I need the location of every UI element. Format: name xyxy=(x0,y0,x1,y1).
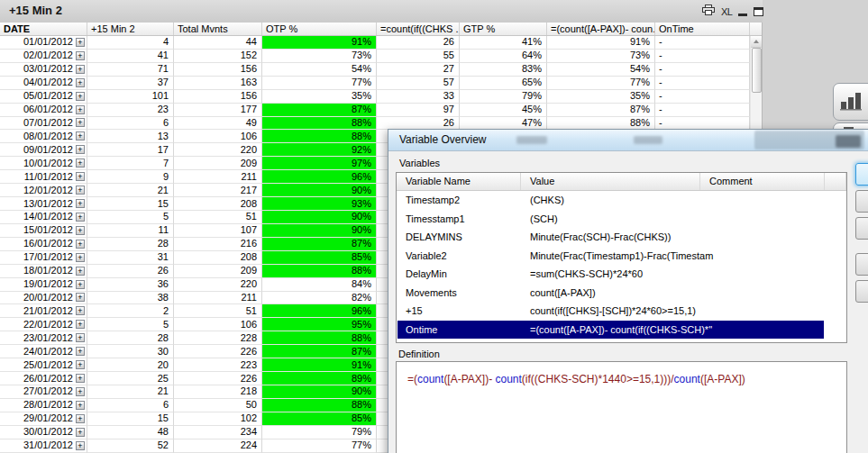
plus15-cell[interactable]: 4 xyxy=(87,36,174,50)
variable-row[interactable]: Timestamp2(CHKS) xyxy=(397,191,846,210)
expand-icon[interactable]: + xyxy=(76,320,85,329)
expand-icon[interactable]: + xyxy=(76,401,85,410)
otp-cell[interactable]: 79% xyxy=(262,426,377,439)
date-cell[interactable]: 21/01/2012+ xyxy=(0,304,87,318)
otp-cell[interactable]: 77% xyxy=(262,77,377,90)
expand-icon[interactable]: + xyxy=(76,38,85,47)
date-cell[interactable]: 24/01/2012+ xyxy=(0,345,87,358)
total-mvnts-cell[interactable]: 208 xyxy=(174,197,262,211)
total-mvnts-cell[interactable]: 209 xyxy=(174,265,262,278)
otp-cell[interactable]: 90% xyxy=(262,184,377,197)
expand-icon[interactable]: + xyxy=(76,105,85,114)
plus15-cell[interactable]: 26 xyxy=(87,265,174,278)
expand-icon[interactable]: + xyxy=(76,347,85,356)
excel-export-icon[interactable]: XL xyxy=(721,6,732,17)
apax-count-cell[interactable]: 73% xyxy=(547,50,655,63)
expand-icon[interactable]: + xyxy=(76,333,85,342)
total-mvnts-cell[interactable]: 49 xyxy=(174,117,262,131)
dialog-title-bar[interactable]: Variable Overview xyxy=(388,130,868,151)
otp-cell[interactable]: 54% xyxy=(262,63,377,77)
date-cell[interactable]: 18/01/2012+ xyxy=(0,265,87,278)
variable-row[interactable]: +15count(if([CHKS]-[SCH])*24*60>=15,1) xyxy=(397,302,846,321)
otp-cell[interactable]: 95% xyxy=(262,318,377,331)
date-cell[interactable]: 19/01/2012+ xyxy=(0,278,87,292)
plus15-cell[interactable]: 52 xyxy=(87,439,174,453)
expand-icon[interactable]: + xyxy=(76,360,85,369)
expand-icon[interactable]: + xyxy=(76,280,85,289)
plus15-cell[interactable]: 6 xyxy=(87,117,174,131)
otp-cell[interactable]: 90% xyxy=(262,385,377,399)
total-mvnts-cell[interactable]: 208 xyxy=(174,251,262,265)
plus15-cell[interactable]: 2 xyxy=(87,304,174,318)
column-header-apax-expr[interactable]: =(count([A-PAX])- coun... xyxy=(547,23,655,35)
otp-cell[interactable]: 91% xyxy=(262,36,377,50)
apax-count-cell[interactable]: 91% xyxy=(547,36,655,50)
plus15-cell[interactable]: 41 xyxy=(87,50,174,63)
date-cell[interactable]: 12/01/2012+ xyxy=(0,184,87,197)
plus15-cell[interactable]: 9 xyxy=(87,170,174,184)
otp-cell[interactable]: 91% xyxy=(262,358,377,372)
total-mvnts-cell[interactable]: 216 xyxy=(174,238,262,251)
column-header-ontime[interactable]: OnTime xyxy=(655,23,750,35)
plus15-cell[interactable]: 7 xyxy=(87,157,174,170)
expand-icon[interactable]: + xyxy=(76,414,85,423)
plus15-cell[interactable]: 15 xyxy=(87,197,174,211)
otp-cell[interactable]: 85% xyxy=(262,412,377,426)
otp-cell[interactable]: 90% xyxy=(262,224,377,238)
total-mvnts-cell[interactable]: 106 xyxy=(174,318,262,331)
total-mvnts-cell[interactable]: 51 xyxy=(174,211,262,224)
otp-cell[interactable]: 88% xyxy=(262,117,377,131)
otp-cell[interactable]: 82% xyxy=(262,292,377,305)
plus15-cell[interactable]: 11 xyxy=(87,224,174,238)
date-cell[interactable]: 09/01/2012+ xyxy=(0,143,87,157)
total-mvnts-cell[interactable]: 220 xyxy=(174,278,262,292)
gtp-cell[interactable]: 83% xyxy=(460,63,547,77)
date-cell[interactable]: 30/01/2012+ xyxy=(0,426,87,439)
column-header-total-mvnts[interactable]: Total Mvnts xyxy=(174,23,262,35)
expand-icon[interactable]: + xyxy=(76,374,85,383)
variables-header-name[interactable]: Variable Name xyxy=(397,173,521,190)
otp-cell[interactable]: 87% xyxy=(262,345,377,358)
print-icon[interactable] xyxy=(702,4,715,20)
total-mvnts-cell[interactable]: 220 xyxy=(174,143,262,157)
chks-count-cell[interactable]: 33 xyxy=(377,90,460,104)
date-cell[interactable]: 22/01/2012+ xyxy=(0,318,87,331)
variables-list[interactable]: Variable Name Value Comment Timestamp2(C… xyxy=(396,172,847,343)
otp-cell[interactable]: 87% xyxy=(262,238,377,251)
plus15-cell[interactable]: 6 xyxy=(87,399,174,412)
total-mvnts-cell[interactable]: 50 xyxy=(174,399,262,412)
expand-icon[interactable]: + xyxy=(76,118,85,127)
variable-row[interactable]: Timesstamp1(SCH) xyxy=(397,210,846,229)
definition-editor[interactable]: =(count([A-PAX])- count(if((CHKS-SCH)*14… xyxy=(396,361,847,453)
otp-cell[interactable]: 85% xyxy=(262,251,377,265)
date-cell[interactable]: 26/01/2012+ xyxy=(0,372,87,385)
plus15-cell[interactable]: 31 xyxy=(87,251,174,265)
plus15-cell[interactable]: 15 xyxy=(87,412,174,426)
plus15-cell[interactable]: 30 xyxy=(87,345,174,358)
date-cell[interactable]: 05/01/2012+ xyxy=(0,90,87,104)
otp-cell[interactable]: 93% xyxy=(262,197,377,211)
gtp-cell[interactable]: 41% xyxy=(460,36,547,50)
chks-count-cell[interactable]: 97 xyxy=(377,104,460,117)
column-header-gtp[interactable]: GTP % xyxy=(460,23,547,35)
total-mvnts-cell[interactable]: 226 xyxy=(174,345,262,358)
otp-cell[interactable]: 88% xyxy=(262,399,377,412)
plus15-cell[interactable]: 28 xyxy=(87,238,174,251)
total-mvnts-cell[interactable]: 152 xyxy=(174,50,262,63)
plus15-cell[interactable]: 5 xyxy=(87,211,174,224)
plus15-cell[interactable]: 17 xyxy=(87,143,174,157)
date-cell[interactable]: 06/01/2012+ xyxy=(0,104,87,117)
minimize-icon[interactable] xyxy=(738,14,747,16)
total-mvnts-cell[interactable]: 156 xyxy=(174,90,262,104)
apax-count-cell[interactable]: 35% xyxy=(547,90,655,104)
plus15-cell[interactable]: 5 xyxy=(87,318,174,331)
otp-cell[interactable]: 84% xyxy=(262,278,377,292)
date-cell[interactable]: 11/01/2012+ xyxy=(0,170,87,184)
total-mvnts-cell[interactable]: 44 xyxy=(174,36,262,50)
total-mvnts-cell[interactable]: 224 xyxy=(174,439,262,453)
gtp-cell[interactable]: 79% xyxy=(460,90,547,104)
chks-count-cell[interactable]: 27 xyxy=(377,63,460,77)
plus15-cell[interactable]: 25 xyxy=(87,372,174,385)
gtp-cell[interactable]: 64% xyxy=(460,50,547,63)
total-mvnts-cell[interactable]: 226 xyxy=(174,372,262,385)
